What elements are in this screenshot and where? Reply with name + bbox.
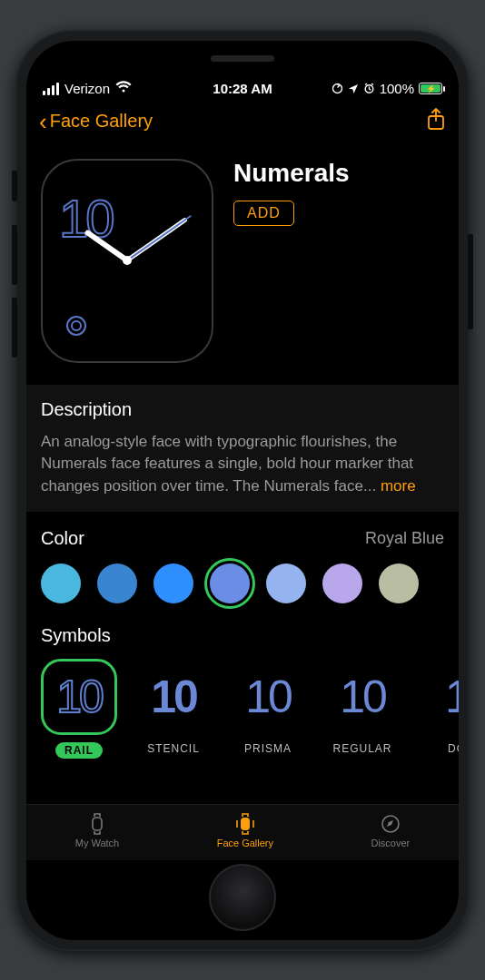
color-swatch[interactable]	[266, 564, 306, 603]
earpiece-speaker	[211, 55, 274, 62]
symbol-preview: 10	[230, 659, 306, 735]
share-icon	[426, 108, 446, 132]
volume-down-button	[12, 298, 17, 358]
tab-bar: My Watch Face Gallery Discover	[26, 804, 459, 860]
symbol-option[interactable]: 1DO	[419, 659, 459, 755]
add-button[interactable]: ADD	[233, 201, 294, 226]
symbol-option[interactable]: 10RAIL	[41, 659, 117, 759]
tab-face-gallery[interactable]: Face Gallery	[217, 813, 273, 848]
color-swatch[interactable]	[97, 564, 137, 603]
back-button[interactable]: ‹ Face Gallery	[39, 110, 153, 133]
home-button[interactable]	[209, 864, 276, 931]
symbol-option[interactable]: 10PRISMA	[230, 659, 306, 755]
chevron-left-icon: ‹	[39, 110, 47, 133]
color-swatch[interactable]	[322, 564, 362, 603]
symbol-preview: 10	[135, 659, 212, 735]
carrier-label: Verizon	[64, 81, 110, 96]
gallery-icon	[233, 813, 257, 835]
watchface-preview[interactable]: 10	[41, 159, 213, 363]
color-swatch[interactable]	[379, 564, 419, 603]
symbol-label: DO	[448, 742, 459, 755]
face-title: Numerals	[233, 159, 350, 188]
compass-icon	[379, 813, 402, 835]
tab-discover[interactable]: Discover	[371, 813, 410, 848]
wifi-icon	[115, 81, 132, 96]
color-heading: Color	[41, 528, 84, 549]
symbol-preview: 1	[419, 659, 459, 735]
svg-point-0	[332, 84, 341, 93]
color-swatch-row	[41, 564, 444, 603]
alarm-icon	[363, 83, 375, 94]
symbols-heading: Symbols	[41, 625, 444, 646]
hero-section: 10 Numerals ADD	[41, 142, 444, 385]
symbol-preview: 10	[324, 659, 401, 735]
tab-label: Face Gallery	[217, 838, 273, 848]
power-button	[468, 234, 473, 329]
battery-icon: ⚡	[419, 83, 442, 94]
symbol-label: STENCIL	[147, 742, 200, 755]
symbols-row: 10RAIL10STENCIL10PRISMA10REGULAR1DO	[41, 659, 444, 759]
speaker-strip	[26, 41, 459, 77]
tab-my-watch[interactable]: My Watch	[75, 813, 120, 848]
nav-bar: ‹ Face Gallery	[26, 101, 459, 142]
mute-switch	[12, 171, 17, 201]
color-section-header: Color Royal Blue	[41, 528, 444, 549]
phone-frame: Verizon 10:28 AM 100% ⚡	[15, 30, 470, 951]
svg-rect-3	[93, 818, 102, 830]
description-section: Description An analog-style face with ty…	[26, 385, 459, 513]
symbol-preview: 10	[41, 659, 117, 735]
color-swatch[interactable]	[153, 564, 193, 603]
color-swatch[interactable]	[210, 564, 250, 603]
more-link[interactable]: more	[381, 477, 416, 495]
location-icon	[348, 83, 359, 94]
description-text: An analog-style face with typographic fl…	[41, 431, 444, 498]
orientation-lock-icon	[332, 83, 343, 94]
clock-time: 10:28 AM	[213, 81, 272, 96]
status-bar: Verizon 10:28 AM 100% ⚡	[26, 77, 459, 101]
battery-percent: 100%	[380, 81, 414, 96]
screen: Verizon 10:28 AM 100% ⚡	[26, 41, 459, 940]
share-button[interactable]	[426, 108, 446, 135]
tab-label: My Watch	[75, 838, 120, 848]
color-swatch[interactable]	[41, 564, 81, 603]
svg-rect-4	[241, 818, 250, 830]
color-selected-name: Royal Blue	[365, 529, 444, 548]
symbol-label: REGULAR	[332, 742, 391, 755]
complication-icon	[66, 316, 86, 336]
tab-label: Discover	[371, 838, 410, 848]
symbol-label: RAIL	[55, 742, 103, 759]
symbol-label: PRISMA	[244, 742, 292, 755]
watch-icon	[85, 813, 109, 835]
main-content: 10 Numerals ADD Description	[26, 142, 459, 804]
description-heading: Description	[41, 399, 444, 420]
symbol-option[interactable]: 10STENCIL	[135, 659, 212, 755]
back-label: Face Gallery	[50, 111, 153, 132]
cell-signal-icon	[43, 83, 59, 95]
volume-up-button	[12, 225, 17, 285]
symbol-option[interactable]: 10REGULAR	[324, 659, 401, 755]
